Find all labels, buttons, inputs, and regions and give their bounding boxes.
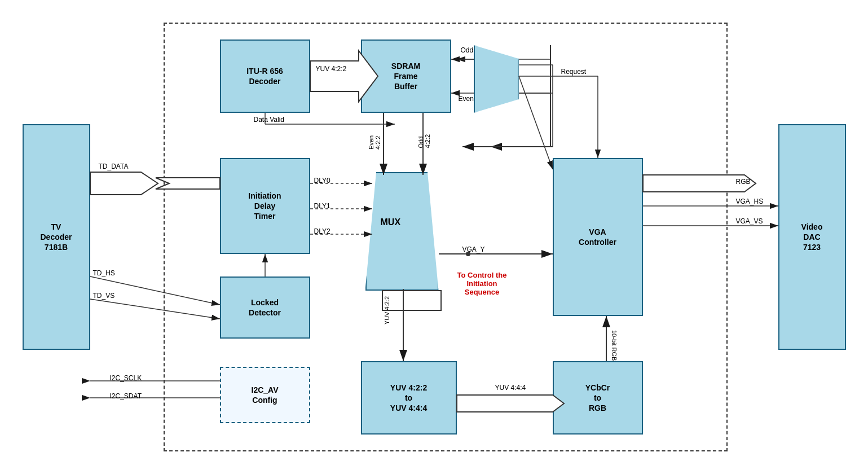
- diagram: TV Decoder 7181B Video DAC 7123 ITU-R 65…: [11, 11, 857, 463]
- tv-decoder-label: TV Decoder 7181B: [40, 222, 72, 253]
- video-dac-block: Video DAC 7123: [778, 124, 846, 350]
- yuv-convert-label: YUV 4:2:2 to YUV 4:4:4: [390, 383, 427, 414]
- vga-y-label: VGA_Y: [462, 245, 485, 253]
- dly2-label: DLY2: [314, 227, 331, 235]
- vga-vs-label: VGA_VS: [736, 217, 763, 225]
- locked-detector-label: Locked Detector: [249, 297, 281, 318]
- itu-decoder-label: ITU-R 656 Decoder: [246, 66, 283, 86]
- tenbit-rgb-label: 10-bit RGB: [611, 330, 618, 361]
- yuv-convert-block: YUV 4:2:2 to YUV 4:4:4: [361, 361, 457, 434]
- ycbcr-rgb-block: YCbCr to RGB: [553, 361, 643, 434]
- locked-detector-block: Locked Detector: [220, 276, 310, 339]
- tv-decoder-block: TV Decoder 7181B: [23, 124, 90, 350]
- odd422-label: Odd4:2:2: [417, 134, 431, 148]
- td-hs-label: TD_HS: [93, 269, 115, 277]
- init-delay-label: Initiation Delay Timer: [248, 191, 281, 222]
- yuv422-mux-label: YUV 4:2:2: [384, 296, 390, 324]
- itu-decoder-block: ITU-R 656 Decoder: [220, 40, 310, 113]
- dly1-label: DLY1: [314, 202, 331, 210]
- mux-label: MUX: [381, 217, 401, 227]
- control-text: To Control theInitiationSequence: [443, 271, 522, 296]
- video-dac-label: Video DAC 7123: [801, 222, 823, 253]
- i2c-sdat-label: I2C_SDAT: [110, 392, 142, 400]
- even422-label: Even4:2:2: [368, 135, 381, 150]
- svg-marker-4: [90, 172, 158, 195]
- td-data-label: TD_DATA: [99, 163, 129, 170]
- rgb-label: RGB: [736, 178, 751, 186]
- vga-hs-label: VGA_HS: [736, 198, 764, 205]
- request-label: Request: [561, 68, 587, 76]
- vga-controller-label: VGA Controller: [579, 227, 616, 247]
- i2c-config-label: I2C_AV Config: [252, 385, 279, 405]
- yuv422-label: YUV 4:2:2: [316, 65, 347, 73]
- i2c-sclk-label: I2C_SCLK: [110, 374, 142, 382]
- td-vs-label: TD_VS: [93, 292, 115, 300]
- sdram-label: SDRAM Frame Buffer: [391, 61, 420, 92]
- data-valid-label: Data Valid: [254, 116, 284, 124]
- mux-block: [365, 172, 439, 291]
- init-delay-block: Initiation Delay Timer: [220, 158, 310, 254]
- dly0-label: DLY0: [314, 177, 331, 185]
- even-label: Even: [459, 95, 474, 103]
- ycbcr-rgb-label: YCbCr to RGB: [585, 383, 610, 414]
- vga-controller-block: VGA Controller: [553, 158, 643, 316]
- yuv444-label: YUV 4:4:4: [495, 384, 526, 392]
- i2c-config-block: I2C_AV Config: [220, 367, 310, 423]
- odd-label: Odd: [461, 46, 474, 54]
- sdram-block: SDRAM Frame Buffer: [361, 40, 451, 113]
